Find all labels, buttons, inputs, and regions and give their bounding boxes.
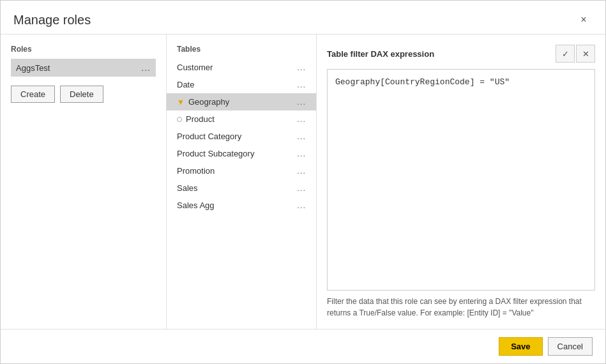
table-item-left: ▼Geography: [177, 97, 229, 107]
table-item-menu-dots[interactable]: ...: [297, 149, 306, 158]
table-item[interactable]: Customer...: [167, 59, 316, 76]
create-button[interactable]: Create: [11, 86, 55, 103]
table-item[interactable]: Product Category...: [167, 128, 316, 145]
table-item-left: Sales: [177, 183, 198, 193]
table-item-left: Product Subcategory: [177, 149, 254, 158]
table-item-left: Product: [177, 114, 215, 124]
footer: Save Cancel: [1, 329, 605, 363]
tables-panel: Tables Customer...Date...▼Geography...Pr…: [167, 34, 317, 329]
table-item[interactable]: Product Subcategory...: [167, 145, 316, 162]
dax-confirm-button[interactable]: ✓: [556, 45, 575, 63]
table-item-name: Customer: [177, 63, 213, 72]
manage-roles-dialog: Manage roles × Roles AggsTest ... Create…: [0, 0, 606, 364]
dax-expression-box[interactable]: Geography[CountryRegionCode] = "US": [327, 69, 595, 291]
table-item-left: Sales Agg: [177, 201, 215, 210]
table-item-name: Date: [177, 80, 194, 89]
table-item-name: Product: [186, 114, 215, 124]
table-item-name: Promotion: [177, 166, 215, 176]
table-item[interactable]: Date...: [167, 76, 316, 93]
table-item-menu-dots[interactable]: ...: [297, 97, 306, 107]
role-dots[interactable]: ...: [141, 63, 151, 73]
table-item-menu-dots[interactable]: ...: [297, 166, 306, 176]
role-item[interactable]: AggsTest ...: [11, 59, 156, 77]
main-content: Roles AggsTest ... Create Delete Tables …: [1, 34, 605, 329]
role-name: AggsTest: [16, 63, 50, 73]
table-item-name: Sales Agg: [177, 201, 215, 210]
table-item-left: Promotion: [177, 166, 215, 176]
table-item-menu-dots[interactable]: ...: [297, 63, 306, 72]
table-item-name: Product Subcategory: [177, 149, 254, 158]
dax-clear-button[interactable]: ✕: [576, 45, 595, 63]
tables-label: Tables: [167, 45, 316, 54]
tables-list: Customer...Date...▼Geography...Product..…: [167, 59, 316, 214]
filter-icon: ▼: [177, 98, 185, 107]
table-item-menu-dots[interactable]: ...: [297, 201, 306, 210]
dax-header: Table filter DAX expression ✓ ✕: [327, 45, 595, 63]
table-item[interactable]: Sales...: [167, 179, 316, 197]
table-item[interactable]: ▼Geography...: [167, 93, 316, 110]
dax-expression-text: Geography[CountryRegionCode] = "US": [335, 77, 510, 87]
title-bar: Manage roles ×: [1, 1, 605, 34]
save-button[interactable]: Save: [499, 337, 542, 356]
dax-help-text: Filter the data that this role can see b…: [327, 296, 595, 319]
dax-title: Table filter DAX expression: [327, 49, 434, 59]
table-item[interactable]: Sales Agg...: [167, 197, 316, 214]
table-item-name: Sales: [177, 183, 198, 193]
table-item[interactable]: Promotion...: [167, 162, 316, 179]
roles-buttons: Create Delete: [11, 86, 156, 103]
dax-header-buttons: ✓ ✕: [556, 45, 595, 63]
roles-label: Roles: [11, 45, 156, 54]
dot-icon: [177, 117, 182, 122]
table-item-menu-dots[interactable]: ...: [297, 80, 306, 89]
table-item-name: Geography: [188, 97, 229, 107]
table-item-menu-dots[interactable]: ...: [297, 114, 306, 124]
table-item-left: Product Category: [177, 132, 241, 141]
dax-panel: Table filter DAX expression ✓ ✕ Geograph…: [317, 34, 605, 329]
dialog-title: Manage roles: [13, 13, 91, 27]
cancel-button[interactable]: Cancel: [548, 337, 593, 356]
table-item-left: Customer: [177, 63, 213, 72]
table-item-name: Product Category: [177, 132, 241, 141]
close-button[interactable]: ×: [575, 11, 593, 29]
table-item[interactable]: Product...: [167, 110, 316, 128]
table-item-left: Date: [177, 80, 194, 89]
roles-panel: Roles AggsTest ... Create Delete: [1, 34, 167, 329]
delete-button[interactable]: Delete: [60, 86, 103, 103]
table-item-menu-dots[interactable]: ...: [297, 183, 306, 193]
table-item-menu-dots[interactable]: ...: [297, 132, 306, 141]
